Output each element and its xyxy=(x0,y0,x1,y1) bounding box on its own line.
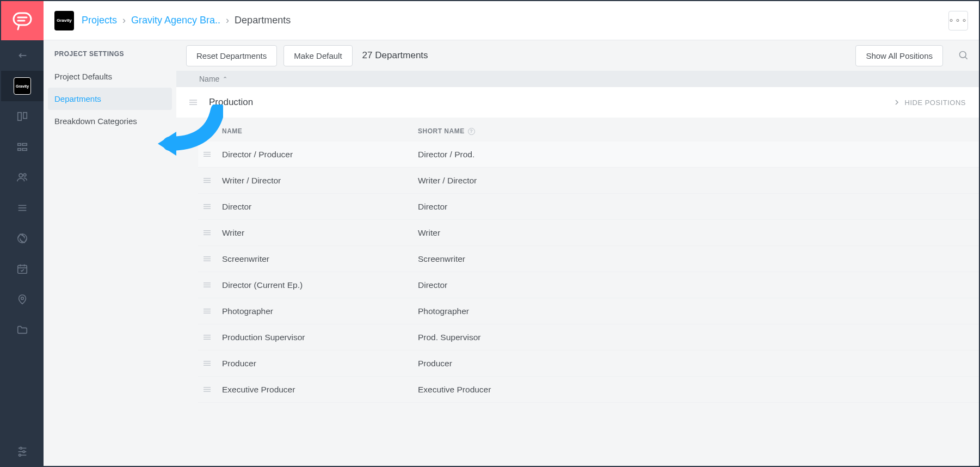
nav-breakdown-icon[interactable] xyxy=(1,132,44,162)
column-short-header: SHORT NAME ? xyxy=(418,127,979,135)
position-row[interactable]: Director / Producer Director / Prod. xyxy=(198,142,979,168)
position-row[interactable]: Photographer Photographer xyxy=(198,298,979,324)
nav-calendar-icon[interactable] xyxy=(1,254,44,284)
drag-handle-icon[interactable] xyxy=(189,99,197,106)
nav-back-icon[interactable] xyxy=(1,40,44,71)
drag-handle-icon[interactable] xyxy=(198,151,222,158)
sidebar-item-project-defaults[interactable]: Project Defaults xyxy=(44,65,176,88)
svg-point-20 xyxy=(21,297,24,300)
sidebar-item-breakdown-categories[interactable]: Breakdown Categories xyxy=(44,110,176,132)
toolbar: Reset Departments Make Default 27 Depart… xyxy=(176,40,979,71)
position-name: Director / Producer xyxy=(222,150,418,159)
nav-folder-icon[interactable] xyxy=(1,315,44,345)
svg-point-26 xyxy=(19,454,21,456)
make-default-button[interactable]: Make Default xyxy=(283,45,352,66)
position-short-name: Photographer xyxy=(418,306,979,316)
position-name: Writer / Director xyxy=(222,176,418,186)
department-name: Production xyxy=(209,97,894,108)
breadcrumb-project[interactable]: Gravity Agency Bra.. xyxy=(131,15,220,26)
left-nav-rail: Gravity xyxy=(1,1,44,466)
nav-aperture-icon[interactable] xyxy=(1,223,44,254)
drag-handle-icon[interactable] xyxy=(198,255,222,262)
chevron-right-icon xyxy=(894,100,899,105)
nav-people-icon[interactable] xyxy=(1,162,44,193)
svg-point-10 xyxy=(19,174,22,177)
position-short-name: Producer xyxy=(418,359,979,368)
position-short-name: Writer / Director xyxy=(418,176,979,186)
project-thumb: Gravity xyxy=(14,77,31,95)
svg-rect-9 xyxy=(22,149,27,151)
column-name-header: NAME xyxy=(198,127,418,135)
svg-rect-0 xyxy=(14,13,31,25)
nav-list-icon[interactable] xyxy=(1,193,44,223)
project-badge[interactable]: Gravity xyxy=(54,11,74,30)
nav-location-icon[interactable] xyxy=(1,284,44,315)
chevron-right-icon: › xyxy=(226,15,229,26)
position-short-name: Director xyxy=(418,280,979,290)
position-row[interactable]: Director Director xyxy=(198,194,979,220)
position-name: Screenwriter xyxy=(222,254,418,264)
position-name: Production Supervisor xyxy=(222,333,418,342)
nav-settings-icon[interactable] xyxy=(1,435,44,466)
hide-positions-toggle[interactable]: HIDE POSITIONS xyxy=(894,99,966,107)
drag-handle-icon[interactable] xyxy=(198,203,222,210)
svg-rect-8 xyxy=(18,149,21,151)
position-row[interactable]: Executive Producer Executive Producer xyxy=(198,377,979,403)
more-button[interactable]: ∘∘∘ xyxy=(948,11,968,30)
sidebar-item-departments[interactable]: Departments xyxy=(48,88,172,110)
svg-line-29 xyxy=(965,57,967,59)
settings-sidebar: PROJECT SETTINGS Project Defaults Depart… xyxy=(44,40,176,466)
position-row[interactable]: Writer / Director Writer / Director xyxy=(198,168,979,194)
position-row[interactable]: Director (Current Ep.) Director xyxy=(198,272,979,298)
svg-rect-7 xyxy=(22,144,27,146)
position-row[interactable]: Writer Writer xyxy=(198,220,979,246)
svg-rect-4 xyxy=(18,113,21,121)
position-name: Director (Current Ep.) xyxy=(222,280,418,290)
sort-label: Name xyxy=(199,75,219,83)
drag-handle-icon[interactable] xyxy=(198,308,222,315)
position-name: Executive Producer xyxy=(222,385,418,395)
app-logo[interactable] xyxy=(1,1,44,40)
svg-rect-16 xyxy=(18,266,27,274)
top-bar: Gravity Projects › Gravity Agency Bra.. … xyxy=(44,1,979,40)
position-short-name: Screenwriter xyxy=(418,254,979,264)
positions-column-headers: NAME SHORT NAME ? xyxy=(198,118,979,142)
departments-count: 27 Departments xyxy=(362,50,428,61)
position-short-name: Executive Producer xyxy=(418,385,979,395)
position-name: Producer xyxy=(222,359,418,368)
show-all-positions-button[interactable]: Show All Positions xyxy=(855,45,943,66)
svg-rect-5 xyxy=(23,113,27,119)
help-icon[interactable]: ? xyxy=(468,128,475,135)
svg-point-22 xyxy=(20,447,22,450)
nav-boards-icon[interactable] xyxy=(1,101,44,132)
hide-positions-label: HIDE POSITIONS xyxy=(905,99,966,107)
position-short-name: Writer xyxy=(418,228,979,238)
more-icon: ∘∘∘ xyxy=(948,16,968,25)
reset-departments-button[interactable]: Reset Departments xyxy=(186,45,277,66)
nav-project-icon[interactable]: Gravity xyxy=(1,71,44,101)
drag-handle-icon[interactable] xyxy=(198,281,222,288)
position-row[interactable]: Producer Producer xyxy=(198,351,979,377)
sort-asc-icon: ⌃ xyxy=(223,76,227,83)
position-row[interactable]: Production Supervisor Prod. Supervisor xyxy=(198,324,979,351)
search-icon[interactable] xyxy=(958,50,969,61)
breadcrumb-current: Departments xyxy=(235,15,291,26)
drag-handle-icon[interactable] xyxy=(198,360,222,367)
position-name: Writer xyxy=(222,228,418,238)
drag-handle-icon[interactable] xyxy=(198,386,222,393)
svg-point-28 xyxy=(960,52,966,58)
position-name: Director xyxy=(222,202,418,212)
svg-point-24 xyxy=(23,451,25,453)
sort-header[interactable]: Name ⌃ xyxy=(176,71,979,87)
position-name: Photographer xyxy=(222,306,418,316)
position-short-name: Director / Prod. xyxy=(418,150,979,159)
svg-point-11 xyxy=(23,174,26,176)
position-short-name: Director xyxy=(418,202,979,212)
department-group-header: Production HIDE POSITIONS xyxy=(176,87,979,118)
breadcrumb-projects[interactable]: Projects xyxy=(82,15,117,26)
position-row[interactable]: Screenwriter Screenwriter xyxy=(198,246,979,272)
breadcrumb: Projects › Gravity Agency Bra.. › Depart… xyxy=(82,15,291,26)
drag-handle-icon[interactable] xyxy=(198,334,222,341)
drag-handle-icon[interactable] xyxy=(198,229,222,236)
drag-handle-icon[interactable] xyxy=(198,177,222,184)
